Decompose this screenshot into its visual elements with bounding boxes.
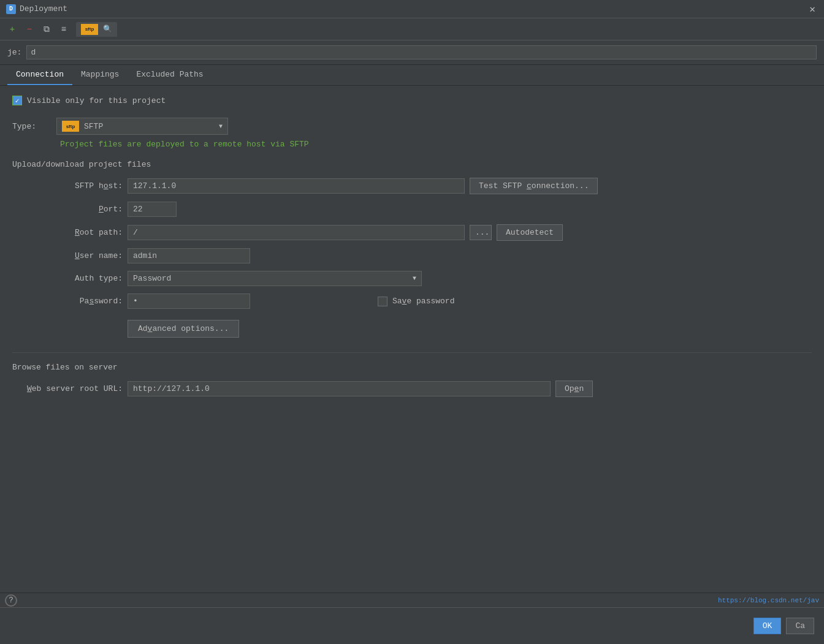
copy-server-button[interactable]: ⧉ bbox=[39, 22, 54, 37]
form-area: ✓ Visible only for this project Type: sf… bbox=[0, 86, 824, 414]
status-url: https://blog.csdn.net/jav bbox=[718, 597, 819, 604]
remove-server-button[interactable]: − bbox=[22, 22, 37, 37]
sftp-host-input[interactable] bbox=[128, 178, 465, 194]
ok-button[interactable]: OK bbox=[753, 618, 782, 634]
root-path-browse-button[interactable]: ... bbox=[470, 225, 492, 240]
port-row: Port: bbox=[12, 202, 812, 217]
type-value: SFTP bbox=[84, 122, 214, 131]
username-input[interactable] bbox=[128, 248, 250, 263]
advanced-options-row: Advanced options... bbox=[12, 316, 812, 338]
autodetect-button[interactable]: Autodetect bbox=[497, 224, 563, 241]
web-server-url-label: Web server root URL: bbox=[12, 384, 123, 393]
sftp-tab-icon: sftp bbox=[81, 24, 98, 35]
save-password-checkbox[interactable] bbox=[378, 297, 387, 306]
tab-excluded-paths[interactable]: Excluded Paths bbox=[128, 65, 212, 85]
password-row: Password: Save password bbox=[12, 294, 812, 309]
window-icon: D bbox=[6, 4, 16, 14]
password-label: Password: bbox=[12, 297, 123, 306]
auth-type-arrow-icon: ▼ bbox=[413, 275, 416, 282]
visible-label: Visible only for this project bbox=[27, 96, 166, 105]
root-path-input[interactable] bbox=[128, 225, 465, 240]
window-title: Deployment bbox=[20, 4, 67, 13]
title-bar: D Deployment ✕ bbox=[0, 0, 824, 18]
type-sftp-icon: sftp bbox=[62, 121, 79, 132]
password-input[interactable] bbox=[128, 294, 250, 309]
type-dropdown-arrow-icon: ▼ bbox=[219, 123, 223, 130]
open-button[interactable]: Open bbox=[555, 381, 593, 397]
port-input[interactable] bbox=[128, 202, 177, 217]
type-row: Type: sftp SFTP ▼ bbox=[12, 118, 812, 135]
auth-type-select[interactable]: Password ▼ bbox=[128, 271, 422, 286]
server-tab[interactable]: sftp 🔍 bbox=[76, 22, 117, 37]
browse-section-label: Browse files on server bbox=[12, 363, 812, 372]
port-label: Port: bbox=[12, 205, 123, 214]
type-label: Type: bbox=[12, 122, 49, 131]
root-path-label: Root path: bbox=[12, 228, 123, 237]
tab-mappings[interactable]: Mappings bbox=[72, 65, 128, 85]
sftp-host-row: SFTP host: Test SFTP connection... bbox=[12, 178, 812, 194]
visible-checkbox-row: ✓ Visible only for this project bbox=[12, 96, 812, 105]
type-description: Project files are deployed to a remote h… bbox=[60, 140, 812, 149]
name-row: je: bbox=[0, 40, 824, 65]
name-label: je: bbox=[7, 48, 21, 57]
upload-section-label: Upload/download project files bbox=[12, 160, 812, 169]
username-label: User name: bbox=[12, 251, 123, 260]
visible-checkbox[interactable]: ✓ bbox=[12, 96, 22, 105]
username-row: User name: bbox=[12, 248, 812, 263]
toolbar: + − ⧉ ≡ sftp 🔍 bbox=[0, 18, 824, 40]
auth-type-value: Password bbox=[133, 274, 408, 283]
auth-type-row: Auth type: Password ▼ bbox=[12, 271, 812, 286]
web-server-url-row: Web server root URL: Open bbox=[12, 381, 812, 397]
cancel-button[interactable]: Ca bbox=[786, 618, 814, 634]
sftp-host-label: SFTP host: bbox=[12, 181, 123, 191]
bottom-bar: OK Ca bbox=[0, 607, 824, 644]
test-connection-button[interactable]: Test SFTP connection... bbox=[470, 178, 598, 194]
server-name-input[interactable] bbox=[26, 45, 817, 59]
help-button[interactable]: ? bbox=[5, 594, 17, 607]
add-server-button[interactable]: + bbox=[5, 22, 20, 37]
save-password-label: Save password bbox=[392, 297, 454, 306]
browse-section: Browse files on server Web server root U… bbox=[12, 352, 812, 397]
search-icon: 🔍 bbox=[103, 25, 112, 34]
auth-type-label: Auth type: bbox=[12, 274, 123, 283]
status-bar: ? https://blog.csdn.net/jav bbox=[0, 593, 824, 607]
move-server-button[interactable]: ≡ bbox=[56, 22, 71, 37]
tab-connection[interactable]: Connection bbox=[7, 65, 72, 85]
tabs-bar: Connection Mappings Excluded Paths bbox=[0, 65, 824, 86]
advanced-options-button[interactable]: Advanced options... bbox=[128, 320, 239, 338]
close-button[interactable]: ✕ bbox=[807, 3, 818, 15]
web-server-url-input[interactable] bbox=[128, 381, 551, 396]
type-select[interactable]: sftp SFTP ▼ bbox=[56, 118, 228, 135]
root-path-row: Root path: ... Autodetect bbox=[12, 224, 812, 241]
